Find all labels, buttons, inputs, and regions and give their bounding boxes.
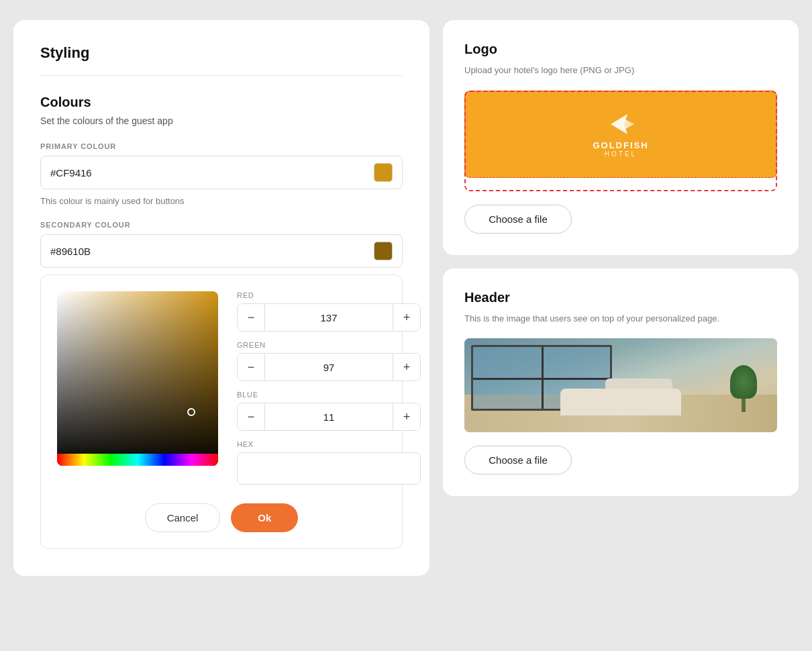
room-scene — [464, 338, 777, 432]
primary-color-row[interactable] — [40, 156, 403, 189]
header-image — [464, 338, 777, 432]
picker-main: RED − + GREEN − + — [57, 291, 386, 485]
secondary-color-swatch — [374, 242, 393, 260]
page-wrapper: Styling Colours Set the colours of the g… — [13, 13, 799, 576]
red-decrement-button[interactable]: − — [238, 304, 264, 331]
blue-stepper: − + — [237, 403, 421, 431]
green-label: GREEN — [237, 341, 421, 349]
plant-leaves — [730, 365, 757, 399]
header-title: Header — [464, 290, 777, 305]
blue-label: BLUE — [237, 391, 421, 399]
green-value-input[interactable] — [264, 354, 393, 381]
green-increment-button[interactable]: + — [393, 354, 420, 381]
plant-stem — [742, 399, 746, 412]
green-row: GREEN − + — [237, 341, 421, 381]
header-choose-file-button[interactable]: Choose a file — [464, 446, 572, 474]
logo-text-block: GOLDFISH HOTEL — [593, 111, 648, 158]
primary-label: PRIMARY COLOUR — [40, 142, 403, 150]
secondary-color-input[interactable] — [50, 246, 374, 257]
blue-value-input[interactable] — [264, 403, 393, 430]
controls-col: RED − + GREEN − + — [237, 291, 421, 485]
hex-row: HEX — [237, 440, 421, 485]
logo-panel: Logo Upload your hotel's logo here (PNG … — [443, 20, 799, 255]
primary-color-swatch — [374, 163, 393, 182]
ok-button[interactable]: Ok — [231, 503, 298, 532]
rainbow-bar[interactable] — [57, 454, 218, 466]
plant — [730, 365, 757, 412]
right-col: Logo Upload your hotel's logo here (PNG … — [443, 20, 799, 576]
blue-row: BLUE − + — [237, 391, 421, 431]
logo-title: Logo — [464, 42, 777, 57]
logo-subtitle: Upload your hotel's logo here (PNG or JP… — [464, 64, 777, 77]
sofa — [560, 389, 681, 415]
red-value-input[interactable] — [264, 304, 393, 331]
panel-title: Styling — [40, 44, 403, 62]
blue-decrement-button[interactable]: − — [238, 403, 264, 430]
logo-choose-file-button[interactable]: Choose a file — [464, 205, 572, 234]
picker-buttons: Cancel Ok — [57, 503, 386, 532]
red-label: RED — [237, 291, 421, 299]
divider — [40, 75, 403, 76]
blue-increment-button[interactable]: + — [393, 403, 420, 430]
secondary-label: SECONDARY COLOUR — [40, 221, 403, 229]
color-gradient[interactable] — [57, 291, 218, 466]
svg-marker-1 — [624, 119, 634, 130]
header-subtitle: This is the image that users see on top … — [464, 312, 777, 326]
left-panel: Styling Colours Set the colours of the g… — [13, 20, 429, 576]
logo-brand-name: GOLDFISH — [593, 140, 648, 150]
header-panel: Header This is the image that users see … — [443, 268, 799, 497]
red-stepper: − + — [237, 303, 421, 332]
green-decrement-button[interactable]: − — [238, 354, 264, 381]
gradient-dark — [57, 291, 218, 466]
red-row: RED − + — [237, 291, 421, 332]
green-stepper: − + — [237, 353, 421, 381]
primary-hint: This colour is mainly used for buttons — [40, 196, 403, 206]
logo-img-placeholder: GOLDFISH HOTEL — [465, 91, 776, 177]
logo-preview: GOLDFISH HOTEL — [464, 91, 777, 178]
secondary-color-row[interactable] — [40, 234, 403, 268]
picker-handle[interactable] — [187, 408, 195, 416]
logo-preview-wrapper: GOLDFISH HOTEL — [464, 91, 777, 191]
cancel-button[interactable]: Cancel — [145, 503, 221, 532]
window-cross-v — [542, 347, 544, 409]
hex-input[interactable] — [237, 452, 421, 485]
logo-brand-sub: HOTEL — [593, 150, 648, 158]
colours-subtitle: Set the colours of the guest app — [40, 115, 403, 126]
goldfish-logo-icon — [604, 111, 638, 138]
hex-label: HEX — [237, 440, 421, 448]
primary-color-input[interactable] — [50, 167, 374, 179]
red-increment-button[interactable]: + — [393, 304, 420, 331]
colours-title: Colours — [40, 95, 403, 110]
color-picker: RED − + GREEN − + — [40, 274, 403, 549]
